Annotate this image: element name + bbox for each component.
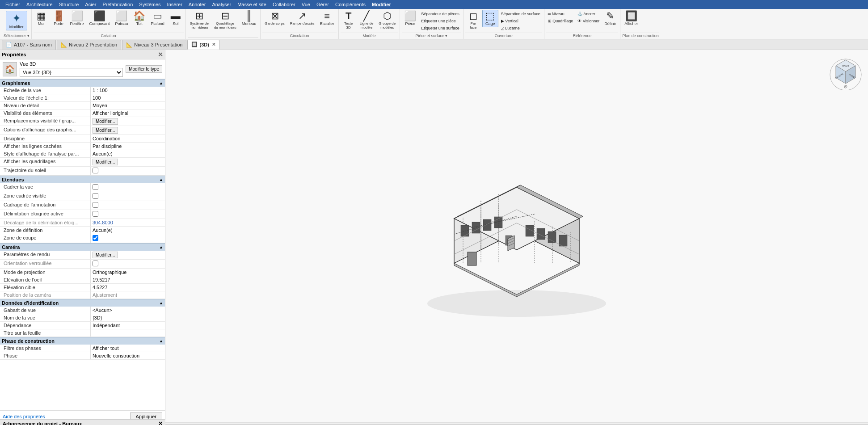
systeme-mur-rideau-button[interactable]: ⊞Système demur-rideau [188,10,211,37]
zone-cadree-checkbox[interactable] [93,193,98,199]
prop-lignes-cachees: Afficher les lignes cachées Par discipli… [0,143,165,150]
plafond-button[interactable]: ▭Plafond [148,10,167,33]
ligne-modele-button[interactable]: ╱Ligne demodèle [358,10,376,33]
options-affichage-modify-btn[interactable]: Modifier... [93,127,118,134]
porte-button[interactable]: 🚪Porte [51,10,67,33]
prop-zone-cadree: Zone cadrée visible [0,192,165,201]
prop-orientation-verrouillee: Orientation verrouillée [0,260,165,269]
toit-button[interactable]: 🏠Toit [131,10,147,33]
section-etendues-arrow: ▲ [159,177,163,182]
tab-a107[interactable]: 📄 A107 - Sans nom [2,40,56,50]
panel-close-button[interactable]: ✕ [158,51,163,58]
section-donnees-identification[interactable]: Données d'identification ▲ [0,299,165,307]
rendu-modify-btn[interactable]: Modifier... [93,252,118,258]
ancrer-button[interactable]: ⚓ Ancrer [576,11,601,17]
menu-systemes[interactable]: Systèmes [136,2,163,7]
mur-button[interactable]: ▦Mur [34,10,50,33]
help-link[interactable]: Aide des propriétés [3,414,45,419]
tab-niveau3[interactable]: 📐 Niveau 3 Presentation [122,40,186,50]
section-etendues[interactable]: Etendues ▲ [0,176,165,183]
panel-title: Propriétés [2,52,26,57]
menu-architecture[interactable]: Architecture [24,2,55,7]
poteau-button[interactable]: ⬜Poteau [113,10,131,33]
trajectoire-soleil-checkbox[interactable] [93,168,98,173]
menu-collaborer[interactable]: Collaborer [270,2,298,7]
cadrage-annotation-checkbox[interactable] [93,202,98,208]
menu-complements[interactable]: Compléments [333,2,368,7]
meneau-button[interactable]: ║Meneau [240,10,259,37]
cage-button[interactable]: ⬚Cage [482,10,498,27]
tab-niveau2[interactable]: 📐 Niveau 2 Presentation [57,40,121,50]
groupe-modeles-button[interactable]: ⬡Groupe demodèles [376,10,398,33]
menu-vue[interactable]: Vue [299,2,313,7]
prop-decalage-delimitation: Décalage de la délimitation éloig... 304… [0,219,165,227]
section-camera-arrow: ▲ [159,245,163,249]
rampe-button[interactable]: ↗Rampe d'accès [288,10,317,33]
modifier-button[interactable]: ✦ Modifier [6,11,27,30]
prop-remplacements-visibilite: Remplacements visibilité / grap... Modif… [0,117,165,126]
section-camera[interactable]: Caméra ▲ [0,243,165,251]
composant-button[interactable]: ⬛Composant [87,10,112,33]
reference-label: Référence [546,33,618,38]
section-phase-construction[interactable]: Phase de construction ▲ [0,337,165,345]
afficher-button[interactable]: 🔲Afficher [622,10,640,33]
par-face-button[interactable]: ◻Parface [465,10,481,31]
reference-group: ═ Niveau ⊞ Quadrillage ⚓ Ancrer 👁 Vision… [544,9,620,39]
texte3d-button[interactable]: TTexte3D [341,10,357,33]
menu-modifier[interactable]: Modifier [369,2,394,7]
separateur-pieces-button[interactable]: Séparateur de pièces [419,11,461,17]
piece-surface-group: ⬜Pièce Séparateur de pièces Etiqueter un… [400,9,463,39]
orientation-checkbox[interactable] [93,261,98,266]
menu-prefabrication[interactable]: Préfabrication [100,2,135,7]
etiqueter-surface-button[interactable]: Etiqueter une surface [419,25,461,31]
separation-surface-button[interactable]: Séparation de surface [499,11,542,17]
prop-titre-feuille: Titre sur la feuille [0,329,165,337]
quadrillages-modify-btn[interactable]: Modifier... [93,159,118,165]
tree-header: Arborescence du projet - Bureaux ✕ [0,419,165,425]
menu-masse[interactable]: Masse et site [235,2,269,7]
tree-close-button[interactable]: ✕ [158,421,163,425]
definir-button[interactable]: ✎Définir [602,10,618,27]
nav-cube[interactable]: HAUT GAUCHE AVANT [828,55,864,90]
quadrillage-mur-rideau-button[interactable]: ⊟Quadrillagedu mur-rideau [212,10,239,37]
modify-type-button[interactable]: Modifier le type [126,65,162,73]
menu-analyser[interactable]: Analyser [209,2,234,7]
escalier-button[interactable]: ≡Escalier [318,10,337,33]
section-graphismes[interactable]: Graphismes ▲ [0,79,165,87]
creation-label: Création [34,33,184,38]
plan-construction-group: 🔲Afficher Plan de construction [620,9,661,39]
prop-zone-coupe: Zone de coupe [0,234,165,243]
menu-fichier[interactable]: Fichier [3,2,23,7]
view-dropdown[interactable]: Vue 3D: {3D} [20,68,123,77]
panel-header: Propriétés ✕ [0,50,165,59]
garde-corps-button[interactable]: ⊠Garde-corps [262,10,287,33]
zone-coupe-checkbox[interactable] [93,235,98,241]
tabs-bar: 📄 A107 - Sans nom 📐 Niveau 2 Presentatio… [0,39,868,50]
viewport[interactable]: HAUT GAUCHE AVANT [165,50,868,422]
niveau-button[interactable]: ═ Niveau [546,11,575,17]
etiqueter-piece-button[interactable]: Etiqueter une pièce [419,18,461,24]
tab-3d[interactable]: 🔲 (3D) ✕ [187,40,219,50]
menu-annoter[interactable]: Annoter [186,2,209,7]
prop-gabarit-vue: Gabarit de vue <Aucun> [0,307,165,314]
sol-button[interactable]: ▬Sol [168,10,184,33]
menu-gerer[interactable]: Gérer [314,2,332,7]
piece-button[interactable]: ⬜Pièce [402,10,418,27]
delimitation-eloignee-checkbox[interactable] [93,211,98,217]
menu-inserer[interactable]: Insérer [164,2,185,7]
lucarne-button[interactable]: ◿ Lucarne [499,25,542,31]
svg-rect-14 [559,235,567,246]
visionner-button[interactable]: 👁 Visionner [576,18,601,24]
fenetre-button[interactable]: ⬜Fenêtre [68,10,86,33]
remplacements-modify-btn[interactable]: Modifier... [93,118,118,125]
prop-visibilite-elements: Visibilité des éléments Afficher l'origi… [0,109,165,117]
vertical-button[interactable]: ▶ Vertical [499,18,542,24]
menu-acier[interactable]: Acier [82,2,99,7]
circulation-label: Circulation [262,33,336,38]
quadrillage-ref-button[interactable]: ⊞ Quadrillage [546,18,575,24]
section-donnees-arrow: ▲ [159,301,163,305]
cadrer-vue-checkbox[interactable] [93,184,98,190]
menu-structure[interactable]: Structure [56,2,82,7]
ribbon-top-bar: Fichier Architecture Structure Acier Pré… [0,0,868,9]
tab-3d-close[interactable]: ✕ [212,42,215,47]
